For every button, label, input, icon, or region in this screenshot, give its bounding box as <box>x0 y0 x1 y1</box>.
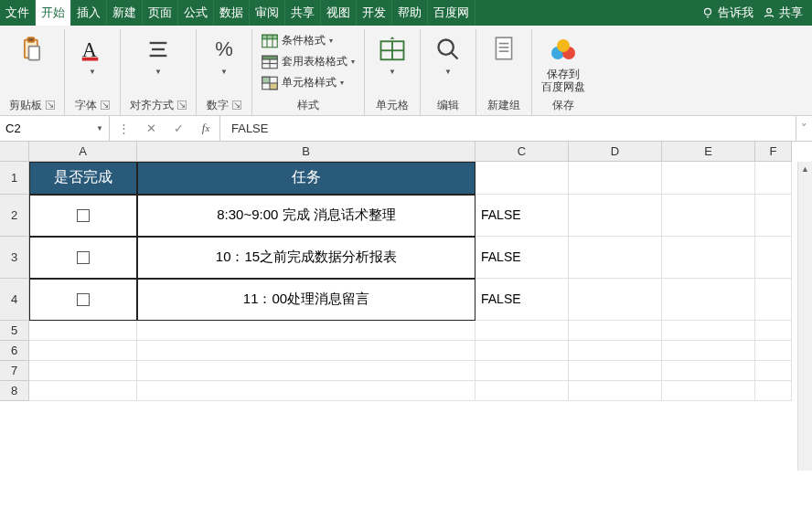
row-header-8[interactable]: 8 <box>0 381 29 401</box>
cell-F4[interactable] <box>755 279 792 321</box>
cell-C8[interactable] <box>475 381 569 401</box>
cell-C6[interactable] <box>475 341 569 361</box>
task-text-3[interactable]: 11：00处理消息留言 <box>137 279 475 321</box>
tell-me[interactable]: 告诉我 <box>701 5 753 21</box>
column-header-B[interactable]: B <box>137 142 475 162</box>
accept-formula-button[interactable]: ✓ <box>165 122 192 135</box>
formula-input[interactable]: FALSE <box>220 116 796 141</box>
task-status-3[interactable]: FALSE <box>475 279 569 321</box>
checkbox-icon[interactable] <box>77 293 90 306</box>
tab-page[interactable]: 页面 <box>143 0 178 26</box>
task-status-2[interactable]: FALSE <box>475 237 569 279</box>
cell-A6[interactable] <box>29 341 137 361</box>
cell-B5[interactable] <box>137 321 475 341</box>
cell-E7[interactable] <box>662 361 755 381</box>
tab-insert[interactable]: 插入 <box>71 0 107 26</box>
task-done-2[interactable] <box>29 237 137 279</box>
cell-E2[interactable] <box>662 195 755 237</box>
cell-F3[interactable] <box>755 237 792 279</box>
tab-file[interactable]: 文件 <box>0 0 36 26</box>
cell-F8[interactable] <box>755 381 792 401</box>
row-header-4[interactable]: 4 <box>0 279 29 321</box>
row-header-5[interactable]: 5 <box>0 321 29 341</box>
column-header-E[interactable]: E <box>662 142 755 162</box>
tab-data[interactable]: 数据 <box>214 0 250 26</box>
tab-new[interactable]: 新建 <box>107 0 143 26</box>
conditional-format-button[interactable]: 条件格式 ▾ <box>262 33 355 48</box>
cell-A5[interactable] <box>29 321 137 341</box>
tab-dev[interactable]: 开发 <box>357 0 392 26</box>
task-done-3[interactable] <box>29 279 137 321</box>
cell-D8[interactable] <box>569 381 662 401</box>
row-header-7[interactable]: 7 <box>0 361 29 381</box>
tab-review[interactable]: 审阅 <box>250 0 285 26</box>
tab-view[interactable]: 视图 <box>321 0 357 26</box>
row-header-2[interactable]: 2 <box>0 195 29 237</box>
cell-B8[interactable] <box>137 381 475 401</box>
column-header-A[interactable]: A <box>29 142 137 162</box>
row-header-6[interactable]: 6 <box>0 341 29 361</box>
cell-D5[interactable] <box>569 321 662 341</box>
cell-B6[interactable] <box>137 341 475 361</box>
share-button[interactable]: 共享 <box>763 5 803 21</box>
editing-button[interactable]: ▼ <box>430 33 466 76</box>
task-text-1[interactable]: 8:30~9:00 完成 消息话术整理 <box>137 195 475 237</box>
cells-button[interactable]: ▼ <box>374 33 411 76</box>
cell-D3[interactable] <box>569 237 662 279</box>
vertical-scrollbar[interactable]: ▲ <box>797 162 812 471</box>
tab-baidu[interactable]: 百度网 <box>428 0 475 26</box>
cell-A8[interactable] <box>29 381 137 401</box>
cell-D7[interactable] <box>569 361 662 381</box>
column-header-F[interactable]: F <box>755 142 792 162</box>
cell-styles-button[interactable]: 单元格样式 ▾ <box>262 75 355 90</box>
tab-help[interactable]: 帮助 <box>392 0 428 26</box>
cell-C5[interactable] <box>475 321 569 341</box>
clipboard-launcher[interactable]: ↘ <box>46 101 55 110</box>
task-status-1[interactable]: FALSE <box>475 195 569 237</box>
paste-button[interactable] <box>14 33 50 66</box>
cancel-formula-button[interactable]: ✕ <box>137 122 165 135</box>
cell-D2[interactable] <box>569 195 662 237</box>
scroll-up-button[interactable]: ▲ <box>798 162 812 176</box>
cell-F7[interactable] <box>755 361 792 381</box>
font-launcher[interactable]: ↘ <box>101 101 110 110</box>
row-header-1[interactable]: 1 <box>0 162 29 195</box>
cell-C7[interactable] <box>475 361 569 381</box>
number-button[interactable]: % ▼ <box>206 33 242 76</box>
cell-F5[interactable] <box>755 321 792 341</box>
cell-D4[interactable] <box>569 279 662 321</box>
column-header-D[interactable]: D <box>569 142 662 162</box>
task-text-2[interactable]: 10：15之前完成数据分析报表 <box>137 237 475 279</box>
table-format-button[interactable]: 套用表格格式 ▾ <box>262 54 355 69</box>
fx-button[interactable]: fx <box>192 121 219 135</box>
cell-E8[interactable] <box>662 381 755 401</box>
cell-D6[interactable] <box>569 341 662 361</box>
column-header-C[interactable]: C <box>475 142 569 162</box>
align-launcher[interactable]: ↘ <box>177 101 187 110</box>
cell-F1[interactable] <box>755 162 792 195</box>
cell-F6[interactable] <box>755 341 792 361</box>
checkbox-icon[interactable] <box>77 251 90 264</box>
select-all-corner[interactable] <box>0 142 29 162</box>
cell-C1[interactable] <box>475 162 569 195</box>
cell-E3[interactable] <box>662 237 755 279</box>
newgroup-button[interactable] <box>486 33 522 66</box>
tab-share[interactable]: 共享 <box>285 0 321 26</box>
cell-E4[interactable] <box>662 279 755 321</box>
expand-formula-button[interactable]: ˅ <box>796 116 812 141</box>
tab-formula[interactable]: 公式 <box>178 0 214 26</box>
checkbox-icon[interactable] <box>77 209 90 222</box>
save-baidu-button[interactable]: 保存到 百度网盘 <box>541 33 585 94</box>
cell-D1[interactable] <box>569 162 662 195</box>
number-launcher[interactable]: ↘ <box>232 101 241 110</box>
row-header-3[interactable]: 3 <box>0 237 29 279</box>
tab-home[interactable]: 开始 <box>36 0 71 26</box>
cell-E5[interactable] <box>662 321 755 341</box>
font-button[interactable]: A ▼ <box>74 33 111 76</box>
cell-B7[interactable] <box>137 361 475 381</box>
name-box[interactable]: C2 ▼ <box>0 116 110 141</box>
cell-E6[interactable] <box>662 341 755 361</box>
align-button[interactable]: ▼ <box>140 33 176 76</box>
cell-F2[interactable] <box>755 195 792 237</box>
task-done-1[interactable] <box>29 195 137 237</box>
